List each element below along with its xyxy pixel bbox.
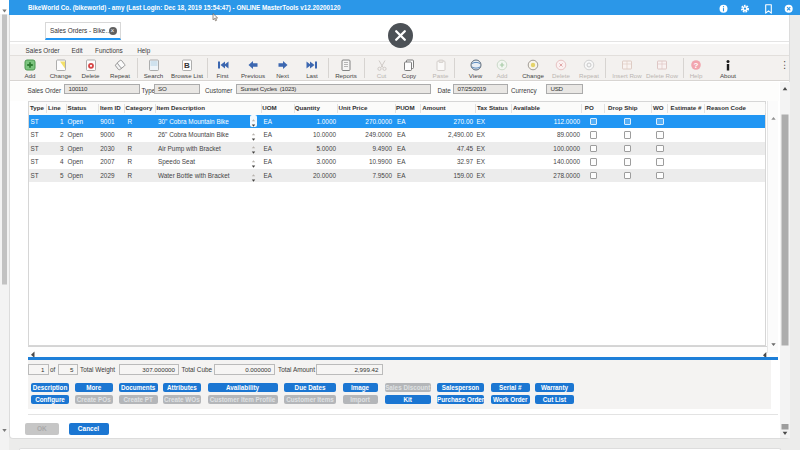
svg-text:?: ? [694, 60, 699, 69]
svg-text:B: B [184, 61, 190, 70]
